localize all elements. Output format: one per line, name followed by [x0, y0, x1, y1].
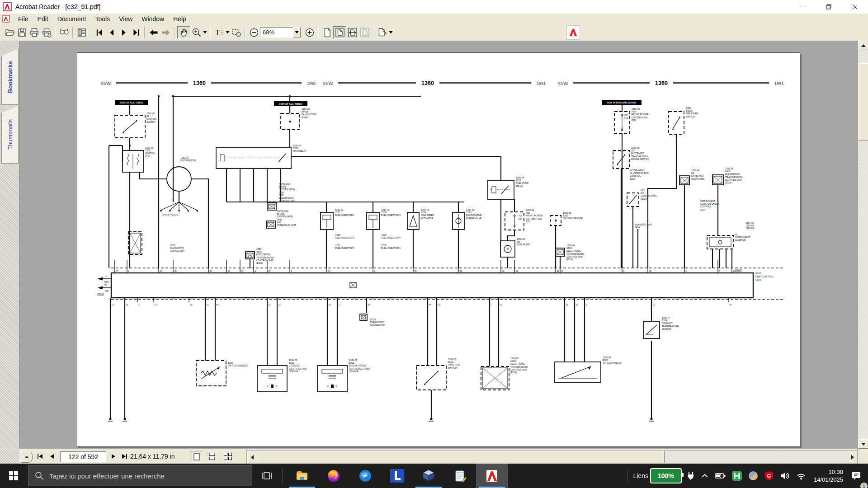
- svg-text:Y213: Y213: [466, 211, 472, 214]
- taskbar-app-firefox[interactable]: [318, 464, 349, 488]
- close-button[interactable]: [842, 0, 868, 14]
- prev-page-button[interactable]: [105, 27, 118, 38]
- search-input[interactable]: Tapez ici pour effectuer une recherche: [28, 465, 252, 486]
- svg-text:SENSOR: SENSOR: [349, 370, 359, 373]
- adobe-logo-button[interactable]: [566, 25, 580, 40]
- zoom-dropdown-arrow[interactable]: [203, 27, 208, 38]
- svg-text:26: 26: [329, 304, 331, 306]
- prev-view-button[interactable]: [147, 27, 160, 38]
- taskbar-app-file-explorer[interactable]: [286, 464, 318, 488]
- horizontal-scrollbar[interactable]: [246, 450, 859, 464]
- print-button[interactable]: [28, 27, 40, 38]
- zoom-level-combobox[interactable]: 68%: [260, 27, 293, 38]
- tray-chevron-up-icon[interactable]: [698, 464, 712, 488]
- tray-plug-icon[interactable]: [684, 464, 698, 488]
- zoom-level-dropdown-arrow[interactable]: [293, 27, 301, 38]
- scroll-left-button[interactable]: [247, 451, 257, 463]
- svg-text:5480: 5480: [277, 218, 282, 221]
- layout-continuous-facing-button[interactable]: [222, 451, 234, 462]
- next-page-button[interactable]: [118, 27, 130, 38]
- print-setup-button[interactable]: [40, 27, 52, 38]
- svg-text:DISTRIBUTION: DISTRIBUTION: [632, 116, 648, 119]
- vertical-scroll-thumb[interactable]: [858, 63, 868, 141]
- page-indicator[interactable]: 122 of 592: [60, 451, 106, 462]
- menu-help[interactable]: Help: [169, 14, 191, 23]
- scroll-right-button[interactable]: [848, 451, 858, 463]
- svg-text:IDLE SPEED: IDLE SPEED: [421, 214, 434, 216]
- svg-text:F23: F23: [519, 215, 522, 217]
- taskbar-app-thunderbird[interactable]: [349, 464, 381, 488]
- maximize-button[interactable]: [816, 0, 842, 14]
- tray-network-icon[interactable]: [793, 464, 809, 488]
- tab-bookmarks[interactable]: Bookmarks: [1, 49, 19, 105]
- save-button[interactable]: [16, 27, 28, 38]
- tab-thumbnails[interactable]: Thumbnails: [1, 106, 19, 164]
- svg-text:CONTROL: CONTROL: [630, 174, 641, 177]
- zoom-in-button[interactable]: [303, 27, 316, 38]
- svg-text:6454: 6454: [635, 226, 640, 229]
- text-select-button[interactable]: T: [213, 27, 225, 38]
- find-button[interactable]: [58, 27, 70, 38]
- first-page-button[interactable]: [93, 27, 105, 38]
- svg-text:6200: 6200: [700, 208, 705, 211]
- zoom-out-button[interactable]: [248, 27, 260, 38]
- tray-battery-icon[interactable]: [712, 464, 729, 488]
- taskbar-app-l-app[interactable]: [381, 464, 413, 488]
- tray-gdata-shield-icon[interactable]: G: [761, 464, 777, 488]
- layout-single-page-button[interactable]: [190, 451, 203, 463]
- menu-document[interactable]: Document: [53, 14, 91, 23]
- taskbar-app-acrobat-reader[interactable]: [476, 464, 508, 488]
- first-page-button[interactable]: [35, 451, 45, 461]
- svg-text:52: 52: [210, 270, 212, 272]
- notification-center-button[interactable]: 1: [848, 464, 865, 488]
- last-page-button[interactable]: [119, 451, 129, 461]
- taskbar-app-virtualbox[interactable]: [413, 464, 444, 488]
- start-button[interactable]: [0, 464, 27, 488]
- menu-tools[interactable]: Tools: [91, 14, 115, 23]
- zoom-tool-button[interactable]: [190, 27, 203, 38]
- battery-percent-widget[interactable]: 100%: [650, 468, 682, 483]
- menu-edit[interactable]: Edit: [33, 14, 53, 23]
- svg-text:SENSOR: SENSOR: [289, 370, 299, 373]
- previous-page-button[interactable]: [47, 451, 57, 461]
- toolbar-separator: [318, 27, 319, 38]
- svg-text:1360-04: 1360-04: [517, 238, 525, 240]
- next-page-button[interactable]: [108, 451, 118, 461]
- next-view-button[interactable]: [160, 27, 172, 38]
- last-page-button[interactable]: [130, 27, 142, 38]
- open-button[interactable]: [4, 27, 16, 38]
- menu-view[interactable]: View: [114, 14, 137, 23]
- pane-splitter-button[interactable]: ◂▸: [21, 451, 33, 463]
- document-pane[interactable]: 03/921360199103/921360199103/9213601991H…: [19, 41, 858, 449]
- svg-text:IGNITION: IGNITION: [146, 117, 157, 120]
- page-layout-button[interactable]: [75, 27, 88, 38]
- tray-h-app-icon[interactable]: [729, 464, 745, 488]
- minimize-button[interactable]: [789, 0, 816, 14]
- scroll-up-button[interactable]: [858, 41, 868, 50]
- svg-text:P60: P60: [632, 110, 636, 113]
- links-toolbar-label[interactable]: Liens: [633, 472, 648, 479]
- actual-size-button[interactable]: [321, 27, 333, 38]
- navigation-pane-tabs: Bookmarks Thumbnails: [0, 41, 19, 449]
- tray-speaker-icon[interactable]: [777, 464, 793, 488]
- horizontal-scroll-thumb[interactable]: [257, 451, 665, 463]
- fit-width-button[interactable]: [346, 27, 359, 38]
- layout-continuous-button[interactable]: [206, 451, 218, 462]
- extract-button[interactable]: [376, 27, 388, 38]
- graphics-select-button[interactable]: [230, 27, 242, 38]
- menu-window[interactable]: Window: [137, 14, 169, 23]
- task-view-button[interactable]: [255, 464, 278, 488]
- scroll-down-button[interactable]: [858, 439, 868, 449]
- vertical-scrollbar[interactable]: [857, 41, 868, 449]
- text-dropdown-arrow[interactable]: [225, 27, 230, 38]
- taskbar-clock[interactable]: 10:38 14/01/2025: [809, 468, 848, 483]
- fit-visible-button[interactable]: [359, 27, 371, 38]
- menu-file[interactable]: File: [14, 14, 33, 23]
- hand-tool-button[interactable]: [177, 26, 190, 39]
- tray-sphere-app-icon[interactable]: [745, 464, 761, 488]
- extract-dropdown-arrow[interactable]: [388, 27, 393, 38]
- fit-page-button[interactable]: [333, 26, 346, 39]
- notification-count-badge: 1: [860, 483, 868, 488]
- svg-text:1360-07: 1360-07: [448, 358, 457, 361]
- taskbar-app-notepad-app[interactable]: [444, 464, 476, 488]
